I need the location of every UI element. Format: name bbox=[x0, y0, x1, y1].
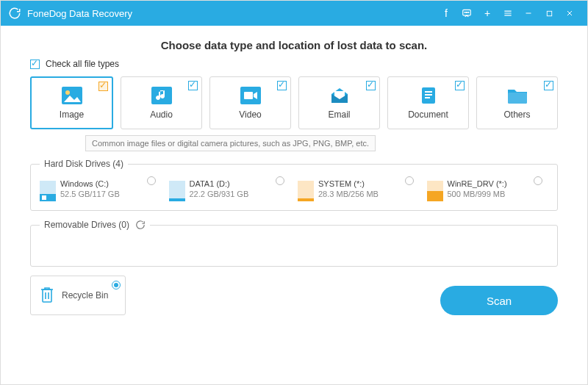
video-icon bbox=[240, 86, 262, 105]
drive-item[interactable]: WinRE_DRV (*:) 500 MB/999 MB bbox=[427, 176, 549, 201]
drive-name: WinRE_DRV (*:) bbox=[448, 179, 507, 188]
feedback-icon[interactable] bbox=[456, 1, 477, 26]
radio-icon bbox=[534, 176, 542, 185]
check-all-checkbox[interactable]: Check all file types bbox=[30, 59, 558, 69]
svg-rect-12 bbox=[425, 91, 432, 93]
svg-rect-13 bbox=[425, 94, 432, 96]
radio-icon bbox=[147, 176, 156, 185]
radio-icon bbox=[405, 176, 414, 185]
file-type-row: Image Audio Video Email bbox=[30, 76, 558, 129]
drive-size: 22.2 GB/931 GB bbox=[190, 190, 249, 198]
type-email[interactable]: Email bbox=[298, 76, 380, 129]
svg-rect-18 bbox=[42, 195, 46, 200]
recycle-label: Recycle Bin bbox=[62, 290, 108, 301]
type-video[interactable]: Video bbox=[209, 76, 291, 129]
recycle-bin-option[interactable]: Recycle Bin bbox=[30, 276, 126, 315]
svg-rect-4 bbox=[547, 11, 551, 15]
drive-item[interactable]: DATA1 (D:) 22.2 GB/931 GB bbox=[169, 176, 291, 201]
svg-rect-21 bbox=[298, 181, 314, 198]
svg-rect-25 bbox=[43, 289, 51, 302]
type-label: Document bbox=[408, 109, 448, 120]
svg-rect-15 bbox=[508, 93, 527, 104]
type-image[interactable]: Image bbox=[30, 76, 113, 129]
hdd-legend: Hard Disk Drives (4) bbox=[40, 159, 128, 169]
type-document[interactable]: Document bbox=[387, 76, 469, 129]
drive-icon bbox=[298, 181, 314, 201]
drive-icon bbox=[427, 181, 443, 201]
svg-rect-24 bbox=[427, 191, 443, 201]
removable-legend: Removable Drives (0) bbox=[40, 220, 150, 230]
removable-title: Removable Drives (0) bbox=[44, 220, 129, 230]
drive-name: Windows (C:) bbox=[60, 179, 120, 188]
checkbox-icon bbox=[188, 81, 198, 90]
trash-icon bbox=[38, 285, 56, 306]
svg-rect-16 bbox=[40, 181, 56, 194]
radio-icon bbox=[112, 281, 121, 289]
radio-icon bbox=[276, 176, 284, 185]
type-audio[interactable]: Audio bbox=[121, 76, 202, 129]
type-label: Video bbox=[239, 109, 261, 120]
removable-section: Removable Drives (0) bbox=[30, 220, 558, 267]
main-content: Choose data type and location of lost da… bbox=[1, 26, 587, 323]
drive-size: 500 MB/999 MB bbox=[448, 190, 507, 198]
svg-point-6 bbox=[65, 90, 70, 95]
email-icon bbox=[329, 86, 351, 105]
checkbox-icon bbox=[98, 82, 108, 91]
refresh-icon[interactable] bbox=[135, 220, 146, 230]
type-others[interactable]: Others bbox=[476, 76, 558, 129]
svg-rect-14 bbox=[425, 97, 430, 98]
checkbox-icon bbox=[366, 81, 376, 90]
checkbox-icon bbox=[455, 81, 465, 90]
document-icon bbox=[417, 86, 440, 105]
drive-icon bbox=[169, 181, 185, 201]
svg-rect-20 bbox=[169, 198, 185, 201]
drive-size: 52.5 GB/117 GB bbox=[60, 190, 120, 198]
audio-icon bbox=[151, 86, 173, 105]
add-icon[interactable]: + bbox=[477, 1, 498, 26]
titlebar: FoneDog Data Recovery f + bbox=[1, 1, 587, 26]
svg-point-3 bbox=[468, 12, 469, 12]
minimize-icon[interactable] bbox=[518, 1, 539, 26]
type-label: Others bbox=[503, 109, 530, 120]
svg-point-2 bbox=[466, 12, 467, 12]
svg-rect-23 bbox=[427, 181, 443, 191]
type-label: Email bbox=[328, 109, 350, 120]
close-icon[interactable] bbox=[559, 1, 580, 26]
facebook-icon[interactable]: f bbox=[436, 1, 456, 26]
windows-drive-icon bbox=[40, 181, 56, 201]
hdd-section: Hard Disk Drives (4) Windows (C:) 52.5 G… bbox=[30, 159, 558, 211]
bottom-row: Recycle Bin Scan bbox=[30, 276, 558, 315]
drive-name: DATA1 (D:) bbox=[190, 179, 249, 188]
drive-item[interactable]: SYSTEM (*:) 28.3 MB/256 MB bbox=[298, 176, 420, 201]
app-logo-icon bbox=[8, 7, 21, 20]
svg-rect-19 bbox=[169, 181, 185, 198]
maximize-icon[interactable] bbox=[539, 1, 559, 26]
svg-rect-22 bbox=[298, 198, 314, 201]
checkbox-icon bbox=[277, 81, 287, 90]
check-all-label: Check all file types bbox=[46, 59, 119, 69]
app-title: FoneDog Data Recovery bbox=[27, 8, 132, 19]
drive-size: 28.3 MB/256 MB bbox=[318, 190, 379, 198]
type-label: Image bbox=[60, 109, 84, 120]
svg-rect-9 bbox=[244, 92, 253, 99]
drive-name: SYSTEM (*:) bbox=[318, 179, 379, 188]
hdd-list: Windows (C:) 52.5 GB/117 GB DATA1 (D:) 2… bbox=[40, 176, 548, 201]
image-icon bbox=[61, 86, 83, 105]
folder-icon bbox=[506, 86, 528, 105]
menu-icon[interactable] bbox=[498, 1, 518, 26]
checkbox-icon bbox=[544, 81, 553, 90]
checkbox-icon bbox=[30, 60, 40, 69]
scan-button[interactable]: Scan bbox=[440, 286, 558, 315]
type-label: Audio bbox=[150, 109, 173, 120]
drive-item[interactable]: Windows (C:) 52.5 GB/117 GB bbox=[40, 176, 162, 201]
svg-point-1 bbox=[465, 12, 465, 12]
type-tooltip: Common image files or digital camera pic… bbox=[85, 135, 376, 151]
page-heading: Choose data type and location of lost da… bbox=[30, 39, 558, 51]
